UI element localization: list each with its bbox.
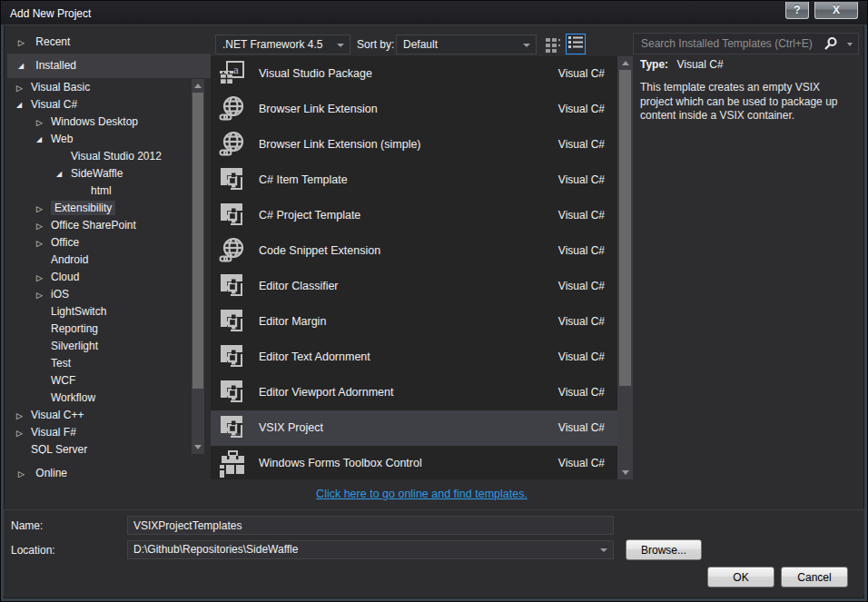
tree-item-label: Web — [51, 133, 73, 145]
tree-item-label: LightSwitch — [51, 305, 106, 318]
template-language: Visual C# — [558, 340, 605, 375]
titlebar[interactable]: Add New Project ? X — [1, 1, 867, 25]
template-row-browser-link-extension[interactable]: Browser Link ExtensionVisual C# — [211, 92, 617, 127]
tree-item-label: Visual Basic — [31, 81, 90, 94]
tree-item-visual-c[interactable]: Visual C++ — [7, 407, 187, 424]
location-value: D:\Github\Repositories\SideWaffle — [133, 543, 298, 556]
expander-collapsed-icon[interactable] — [18, 462, 33, 486]
tree-item-label: Workflow — [51, 391, 95, 404]
expander-collapsed-icon[interactable] — [36, 235, 51, 252]
tree-scrollbar[interactable] — [192, 79, 204, 454]
expander-collapsed-icon[interactable] — [36, 201, 51, 218]
expander-collapsed-icon[interactable] — [18, 31, 33, 54]
expander-collapsed-icon[interactable] — [16, 408, 31, 425]
expander-collapsed-icon[interactable] — [36, 287, 51, 304]
tree-item-sidewaffle[interactable]: SideWaffle — [7, 165, 187, 183]
tree-item-label: Reporting — [51, 322, 98, 335]
tree-item-cloud[interactable]: Cloud — [7, 269, 187, 286]
help-button[interactable]: ? — [785, 2, 809, 19]
tree-item-office-sharepoint[interactable]: Office SharePoint — [7, 217, 187, 234]
template-row-vsix-project[interactable]: VSIX ProjectVisual C# — [211, 410, 617, 446]
package-icon: a — [218, 59, 247, 88]
framework-dropdown[interactable]: .NET Framework 4.5 — [215, 35, 350, 54]
scroll-down-icon[interactable] — [194, 445, 202, 449]
ok-button[interactable]: OK — [707, 567, 774, 587]
tree-item-label: Visual F# — [31, 426, 76, 439]
template-row-editor-viewport-adornment[interactable]: Editor Viewport AdornmentVisual C# — [211, 375, 617, 410]
expander-expanded-icon[interactable] — [56, 166, 71, 183]
template-icon — [218, 307, 247, 336]
search-icon[interactable] — [823, 36, 838, 54]
browse-button[interactable]: Browse... — [626, 539, 702, 560]
online-templates-link[interactable]: Click here to go online and find templat… — [211, 488, 633, 500]
tree-item-ios[interactable]: iOS — [7, 286, 187, 303]
list-scrollbar-thumb[interactable] — [619, 70, 631, 386]
tree-item-android[interactable]: Android — [7, 252, 187, 269]
template-language: Visual C# — [558, 198, 605, 233]
expander-collapsed-icon[interactable] — [36, 114, 51, 132]
project-name-input[interactable] — [127, 516, 614, 535]
template-row-visual-studio-package[interactable]: aVisual Studio PackageVisual C# — [211, 56, 617, 92]
expander-collapsed-icon[interactable] — [16, 80, 31, 97]
template-row-c-item-template[interactable]: C# Item TemplateVisual C# — [211, 163, 617, 198]
close-button[interactable]: X — [814, 2, 858, 19]
scroll-up-icon[interactable] — [194, 84, 202, 88]
template-name: Editor Margin — [259, 304, 326, 340]
template-row-editor-classifier[interactable]: Editor ClassifierVisual C# — [211, 269, 617, 304]
list-view-icon — [567, 39, 584, 53]
sidebar-item-recent[interactable]: Recent — [7, 30, 211, 54]
list-scrollbar[interactable] — [617, 56, 633, 479]
template-row-code-snippet-extension[interactable]: Code Snippet ExtensionVisual C# — [211, 233, 617, 269]
tree-item-extensibility[interactable]: Extensibility — [7, 200, 187, 217]
tree-item-lightswitch[interactable]: LightSwitch — [7, 303, 187, 321]
template-language: Visual C# — [558, 410, 605, 446]
tree-item-workflow[interactable]: Workflow — [7, 390, 187, 407]
tree-item-label: iOS — [51, 288, 69, 301]
small-icons-view-button[interactable] — [543, 35, 563, 58]
tree-item-office[interactable]: Office — [7, 234, 187, 252]
template-icon — [218, 165, 247, 194]
tree-item-label: Visual C++ — [31, 409, 84, 421]
sort-dropdown[interactable]: Default — [396, 35, 537, 54]
tree-item-html[interactable]: html — [7, 183, 187, 200]
tree-item-test[interactable]: Test — [7, 355, 187, 372]
tree-item-sql-server[interactable]: SQL Server — [7, 441, 187, 454]
scroll-down-icon[interactable] — [622, 470, 629, 475]
template-row-windows-forms-toolbox-control[interactable]: Windows Forms Toolbox ControlVisual C# — [211, 446, 617, 479]
tree-item-wcf[interactable]: WCF — [7, 372, 187, 390]
search-input[interactable] — [639, 35, 816, 53]
template-name: VSIX Project — [259, 410, 323, 446]
window-title: Add New Project — [10, 7, 91, 20]
tree-item-visual-basic[interactable]: Visual Basic — [7, 79, 187, 96]
add-new-project-dialog: Add New Project ? X .NET Framework 4.5 S… — [0, 0, 868, 602]
tree-item-windows-desktop[interactable]: Windows Desktop — [7, 113, 187, 131]
tree-item-visual-f[interactable]: Visual F# — [7, 424, 187, 441]
expander-expanded-icon[interactable] — [16, 97, 31, 114]
chevron-down-icon[interactable] — [847, 43, 853, 46]
expander-expanded-icon[interactable] — [18, 54, 33, 79]
tree-scrollbar-thumb[interactable] — [192, 93, 203, 389]
sidebar-item-online[interactable]: Online — [7, 461, 211, 485]
tree-item-visual-c[interactable]: Visual C# — [7, 96, 187, 113]
scroll-up-icon[interactable] — [622, 61, 629, 65]
tree-item-label: Visual C# — [31, 98, 77, 111]
tree-item-reporting[interactable]: Reporting — [7, 321, 187, 338]
expander-expanded-icon[interactable] — [36, 132, 51, 149]
tree-item-label: Extensibility — [51, 201, 115, 215]
template-row-browser-link-extension-simple[interactable]: Browser Link Extension (simple)Visual C# — [211, 127, 617, 163]
sidebar-item-installed[interactable]: Installed — [7, 54, 211, 78]
location-dropdown[interactable]: D:\Github\Repositories\SideWaffle — [127, 540, 614, 559]
list-view-button[interactable] — [566, 34, 586, 54]
template-row-editor-text-adornment[interactable]: Editor Text AdornmentVisual C# — [211, 340, 617, 375]
expander-collapsed-icon[interactable] — [16, 425, 31, 442]
tree-item-web[interactable]: Web — [7, 131, 187, 148]
cancel-button[interactable]: Cancel — [781, 567, 848, 587]
template-row-editor-margin[interactable]: Editor MarginVisual C# — [211, 304, 617, 340]
template-row-c-project-template[interactable]: C# Project TemplateVisual C# — [211, 198, 617, 233]
expander-collapsed-icon[interactable] — [36, 218, 51, 235]
tree-item-label: html — [91, 184, 112, 197]
template-name: Browser Link Extension (simple) — [259, 127, 421, 163]
expander-collapsed-icon[interactable] — [36, 270, 51, 287]
tree-item-visual-studio-2012[interactable]: Visual Studio 2012 — [7, 148, 187, 165]
tree-item-silverlight[interactable]: Silverlight — [7, 338, 187, 355]
